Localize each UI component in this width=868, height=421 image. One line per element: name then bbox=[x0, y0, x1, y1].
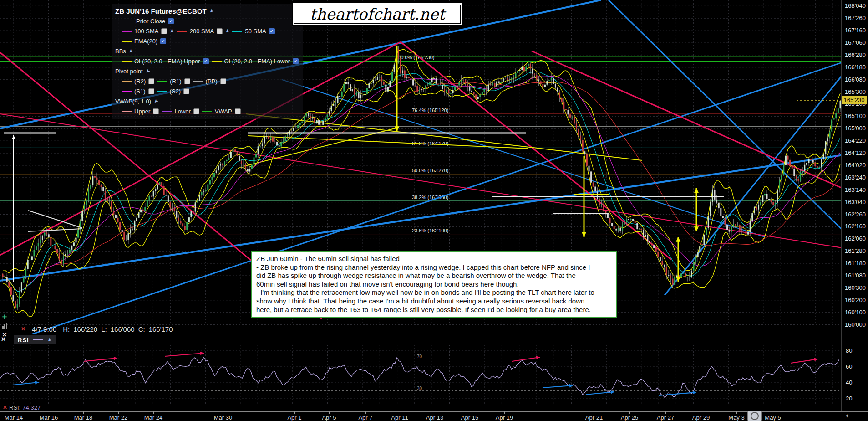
legend-checkbox[interactable] bbox=[217, 28, 223, 34]
annotation-line: show why I think that. That being the ca… bbox=[256, 297, 611, 306]
legend-row: (R2)(R1)(PP) bbox=[115, 76, 299, 86]
date-tick bbox=[223, 411, 223, 414]
date-tick bbox=[118, 411, 119, 414]
cursor-icon[interactable]: ➤ bbox=[152, 98, 160, 105]
date-tick bbox=[665, 411, 666, 414]
annotation-line: - ZB broke up from the rising channel ye… bbox=[256, 263, 611, 272]
date-tick bbox=[701, 411, 701, 414]
watermark: theartofchart.net bbox=[292, 2, 463, 26]
date-axis-label: Mar 30 bbox=[209, 414, 237, 421]
legend-label: (R1) bbox=[170, 78, 181, 85]
legend-label: OL(20, 2.0 - EMA) Upper bbox=[134, 58, 200, 65]
price-axis-label: 166'180 bbox=[845, 64, 866, 71]
legend-line-sample bbox=[162, 111, 172, 112]
cursor-icon[interactable]: ➤ bbox=[127, 47, 135, 55]
scroll-right-icon[interactable]: ✦ bbox=[845, 413, 849, 419]
price-axis-label: 160'200 bbox=[845, 297, 866, 303]
annotation-line: here, but a retrace back to the 163 to 1… bbox=[256, 306, 611, 314]
price-axis-label: 161'280 bbox=[845, 247, 866, 254]
legend-checkbox[interactable]: ✓ bbox=[203, 58, 209, 64]
legend-dash-sample bbox=[122, 21, 133, 21]
legend-line-sample bbox=[193, 81, 203, 82]
legend-checkbox[interactable]: ✓ bbox=[269, 28, 275, 34]
date-tick bbox=[470, 411, 470, 414]
legend-line-sample bbox=[202, 111, 212, 112]
legend-checkbox[interactable] bbox=[220, 78, 226, 84]
rsi-plot[interactable]: 7030 bbox=[0, 345, 841, 404]
price-axis-label: 164'220 bbox=[845, 137, 866, 144]
price-axis-label: 168'040 bbox=[845, 2, 866, 9]
rsi-axis-label: 20 bbox=[846, 395, 852, 402]
date-axis-label: Apr 13 bbox=[421, 414, 448, 421]
price-axis-label: 167'060 bbox=[845, 39, 866, 46]
date-axis-label: Apr 7 bbox=[352, 414, 379, 421]
legend-label: Prior Close bbox=[136, 18, 165, 25]
price-axis-label: 166'080 bbox=[845, 76, 866, 83]
cursor-icon[interactable]: ➤ bbox=[208, 7, 215, 15]
low-label: L: bbox=[101, 325, 107, 333]
rsi-grid: 7030 bbox=[0, 345, 841, 404]
legend-checkbox[interactable]: ✓ bbox=[168, 18, 174, 24]
legend-checkbox[interactable] bbox=[148, 88, 154, 94]
legend-checkbox[interactable] bbox=[183, 88, 189, 94]
legend-row: 100 SMA➤200 SMA➤50 SMA✓ bbox=[115, 26, 299, 36]
date-axis-label: Apr 1 bbox=[281, 414, 308, 421]
price-axis-label: 160'100 bbox=[845, 309, 866, 316]
date-axis-label: Apr 19 bbox=[491, 414, 518, 421]
high-label: H: bbox=[63, 325, 70, 333]
legend-label: Lower bbox=[174, 108, 190, 115]
legend-checkbox[interactable] bbox=[148, 78, 154, 84]
legend-checkbox[interactable] bbox=[184, 78, 190, 84]
cursor-icon[interactable]: ➤ bbox=[224, 27, 231, 35]
annotation-line: did ZB has spike up through wedge resist… bbox=[256, 272, 611, 280]
legend-label: VWAP bbox=[215, 108, 232, 115]
date-axis-label: May 3 bbox=[723, 414, 750, 421]
legend-label: EMA(20) bbox=[134, 38, 157, 45]
cursor-icon[interactable]: ➤ bbox=[46, 336, 53, 344]
rsi-title: RSI bbox=[18, 337, 29, 344]
price-axis-label: 161'180 bbox=[845, 260, 866, 267]
price-axis-label: 160'300 bbox=[845, 284, 866, 291]
date-axis-label: Mar 18 bbox=[70, 414, 97, 421]
legend-line-sample bbox=[212, 61, 222, 62]
rsi-close-icon[interactable]: ✕ bbox=[1, 336, 6, 343]
legend-checkbox[interactable] bbox=[153, 108, 159, 114]
watermark-text: theartofchart.net bbox=[310, 5, 445, 23]
close-label: C: bbox=[138, 325, 145, 333]
date-axis-label: Apr 29 bbox=[687, 414, 715, 421]
legend-label: VWAP(9, 1.0) bbox=[115, 98, 151, 105]
cursor-icon[interactable]: ➤ bbox=[168, 27, 176, 35]
legend-row: EMA(20)✓ bbox=[115, 36, 299, 46]
legend-line-sample bbox=[122, 61, 132, 62]
close-value: 166'170 bbox=[149, 325, 173, 333]
date-tick bbox=[294, 411, 295, 414]
legend-label: (PP) bbox=[206, 78, 218, 85]
fib-label: 23.6% (162'100) bbox=[412, 228, 448, 233]
fib-label: 50.0% (163'270) bbox=[412, 168, 448, 173]
remove-series-icon[interactable]: ✕ bbox=[21, 326, 25, 332]
legend-checkbox[interactable] bbox=[235, 108, 241, 114]
legend-line-sample bbox=[177, 31, 187, 32]
legend-checkbox[interactable]: ✓ bbox=[293, 58, 299, 64]
indicator-add-icon[interactable]: ✛ bbox=[2, 313, 7, 320]
cursor-icon[interactable]: ➤ bbox=[144, 67, 151, 75]
legend-label: (S2) bbox=[170, 88, 181, 95]
pane-divider[interactable] bbox=[0, 334, 868, 334]
bars-icon[interactable] bbox=[2, 323, 7, 329]
legend-label: Upper bbox=[134, 108, 150, 115]
rsi-line bbox=[0, 357, 839, 397]
legend-checkbox[interactable]: ✓ bbox=[160, 38, 166, 44]
date-tick bbox=[629, 411, 630, 414]
price-axis-label: 162'260 bbox=[845, 211, 866, 218]
annotation-box: ZB Jun 60min - The 60min sell signal has… bbox=[251, 251, 617, 318]
legend-checkbox[interactable] bbox=[193, 108, 199, 114]
rsi-level-label: 30 bbox=[417, 386, 422, 391]
legend-checkbox[interactable] bbox=[161, 28, 167, 34]
rsi-label: RSI: bbox=[9, 404, 20, 411]
legend-label: Pivot point bbox=[115, 68, 143, 75]
date-tick bbox=[773, 411, 773, 414]
fib-label: 38.2% (163'050) bbox=[412, 195, 448, 200]
rsi-remove-icon[interactable]: ✕ bbox=[3, 404, 7, 411]
legend-label: BBs bbox=[115, 48, 126, 55]
price-axis-label: 167'160 bbox=[845, 27, 866, 34]
